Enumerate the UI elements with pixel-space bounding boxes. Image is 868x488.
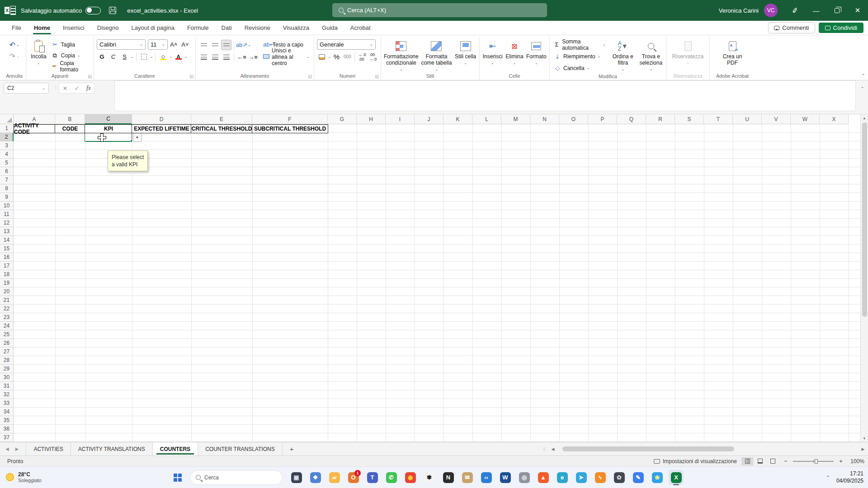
- weather-widget[interactable]: 28°C Soleggiato: [5, 471, 42, 484]
- number-format-combobox[interactable]: Generale⌄: [317, 39, 376, 50]
- header-cell-A1[interactable]: ACTIVITY CODE: [14, 124, 56, 133]
- zoom-slider[interactable]: [793, 461, 834, 462]
- row-header-34[interactable]: 34: [0, 408, 14, 416]
- ribbon-display-options-icon[interactable]: ✐: [785, 0, 806, 21]
- telegram-icon[interactable]: ➤: [574, 470, 589, 485]
- zoom-slider-thumb[interactable]: [815, 459, 818, 464]
- row-header-27[interactable]: 27: [0, 347, 14, 356]
- row-header-11[interactable]: 11: [0, 210, 14, 219]
- scroll-right-icon[interactable]: ▶: [860, 447, 866, 451]
- display-settings-button[interactable]: Impostazioni di visualizzazione: [654, 458, 737, 465]
- alignment-dialog-launcher[interactable]: ◱: [308, 74, 312, 79]
- increase-font-icon[interactable]: A˄: [169, 39, 179, 50]
- mail-icon[interactable]: ✉: [460, 470, 475, 485]
- cut-button[interactable]: ✂Taglia: [50, 40, 91, 49]
- sort-filter-button[interactable]: AZ▼ Ordina e filtra ⌄: [612, 38, 634, 71]
- header-cell-E1[interactable]: CRITICAL THRESHOLD: [191, 124, 253, 133]
- ribbon-tab-formule[interactable]: Formule: [182, 22, 214, 34]
- column-header-B[interactable]: B: [55, 114, 85, 124]
- row-header-9[interactable]: 9: [0, 193, 14, 202]
- row-header-31[interactable]: 31: [0, 382, 14, 390]
- splitter-grip-icon[interactable]: ⁞: [543, 446, 545, 452]
- column-header-V[interactable]: V: [762, 114, 791, 124]
- scroll-down-icon[interactable]: ▼: [863, 435, 866, 442]
- brave-icon[interactable]: ▲: [536, 470, 551, 485]
- row-header-30[interactable]: 30: [0, 373, 14, 382]
- column-header-M[interactable]: M: [501, 114, 530, 124]
- ribbon-tab-acrobat[interactable]: Acrobat: [345, 22, 376, 34]
- row-header-35[interactable]: 35: [0, 416, 14, 425]
- sheet-nav-left-icon[interactable]: ◀: [5, 446, 9, 451]
- column-header-N[interactable]: N: [530, 114, 559, 124]
- share-button[interactable]: Condividi: [819, 23, 863, 33]
- row-header-18[interactable]: 18: [0, 270, 14, 279]
- scroll-up-icon[interactable]: ▲: [863, 114, 866, 122]
- notion-icon[interactable]: N: [441, 470, 456, 485]
- horizontal-scrollbar[interactable]: [559, 446, 857, 452]
- row-header-12[interactable]: 12: [0, 219, 14, 227]
- close-button[interactable]: ✕: [847, 0, 868, 21]
- page-break-view-icon[interactable]: [767, 457, 778, 465]
- ribbon-tab-guida[interactable]: Guida: [316, 22, 343, 34]
- column-header-U[interactable]: U: [733, 114, 762, 124]
- taskbar-search[interactable]: Cerca: [190, 470, 283, 485]
- bold-button[interactable]: G: [97, 52, 107, 62]
- increase-decimal-icon[interactable]: ←.0.00: [357, 52, 367, 62]
- row-header-13[interactable]: 13: [0, 227, 14, 236]
- comments-button[interactable]: Commenti: [768, 22, 815, 33]
- row-header-4[interactable]: 4: [0, 150, 14, 159]
- autosave-toggle[interactable]: [85, 7, 101, 14]
- ribbon-tab-disegno[interactable]: Disegno: [92, 22, 124, 34]
- name-box[interactable]: C2⌄: [4, 83, 49, 94]
- font-color-icon[interactable]: A: [173, 52, 184, 62]
- row-header-19[interactable]: 19: [0, 279, 14, 287]
- format-painter-button[interactable]: ✒Copia formato: [50, 61, 91, 71]
- redo-button[interactable]: ↷⌄: [9, 52, 19, 61]
- find-select-button[interactable]: Trova e seleziona ⌄: [638, 38, 663, 71]
- format-as-table-button[interactable]: Formatta come tabella ⌄: [420, 38, 453, 71]
- italic-button[interactable]: C: [108, 52, 118, 62]
- row-header-28[interactable]: 28: [0, 356, 14, 365]
- select-all-corner[interactable]: [0, 114, 14, 124]
- clipboard-dialog-launcher[interactable]: ◱: [88, 74, 92, 79]
- column-header-P[interactable]: P: [588, 114, 617, 124]
- borders-icon[interactable]: [139, 52, 149, 62]
- search-box[interactable]: Cerca (ALT+X): [332, 3, 547, 17]
- copy-button[interactable]: ⧉Copia⌄: [50, 51, 91, 60]
- formula-input[interactable]: [114, 80, 856, 111]
- excel-icon[interactable]: X: [669, 470, 684, 485]
- row-header-32[interactable]: 32: [0, 390, 14, 399]
- row-header-5[interactable]: 5: [0, 159, 14, 167]
- percent-style-icon[interactable]: %: [332, 52, 342, 62]
- row-header-16[interactable]: 16: [0, 253, 14, 262]
- orientation-icon[interactable]: ab↗: [236, 40, 247, 50]
- column-header-X[interactable]: X: [820, 114, 849, 124]
- row-header-2[interactable]: 2: [0, 133, 14, 141]
- autosum-button[interactable]: ΣSomma automatica⌄: [552, 40, 607, 49]
- row-header-33[interactable]: 33: [0, 399, 14, 408]
- column-header-G[interactable]: G: [328, 114, 357, 124]
- sheet-tab-activity-translations[interactable]: ACTIVITY TRANSLATIONS: [71, 442, 153, 455]
- column-header-O[interactable]: O: [559, 114, 588, 124]
- settings-icon[interactable]: ✿: [612, 470, 627, 485]
- accounting-format-icon[interactable]: [317, 52, 327, 62]
- cell-styles-button[interactable]: Stili cella ⌄: [454, 38, 476, 65]
- sheet-nav-right-icon[interactable]: ▶: [15, 446, 19, 451]
- cancel-entry-icon[interactable]: ✕: [59, 85, 71, 92]
- column-header-J[interactable]: J: [415, 114, 443, 124]
- tray-expand-icon[interactable]: ⌃: [826, 475, 830, 480]
- number-dialog-launcher[interactable]: ◱: [375, 74, 379, 79]
- sheet-tab-counter-translations[interactable]: COUNTER TRANSLATIONS: [198, 442, 283, 455]
- edge-icon[interactable]: e: [555, 470, 570, 485]
- data-validation-dropdown-icon[interactable]: ▼: [133, 133, 142, 142]
- column-header-I[interactable]: I: [386, 114, 415, 124]
- align-middle-icon[interactable]: [210, 40, 220, 50]
- column-header-C[interactable]: C: [85, 114, 132, 124]
- vertical-scrollbar[interactable]: ▲ ▼: [860, 114, 868, 442]
- row-header-15[interactable]: 15: [0, 244, 14, 253]
- ribbon-tab-inserisci[interactable]: Inserisci: [57, 22, 90, 34]
- fill-button[interactable]: ⤓Riempimento⌄: [552, 52, 607, 61]
- row-header-8[interactable]: 8: [0, 184, 14, 193]
- horizontal-scroll-thumb[interactable]: [562, 446, 734, 451]
- font-size-combobox[interactable]: 11⌄: [148, 39, 168, 50]
